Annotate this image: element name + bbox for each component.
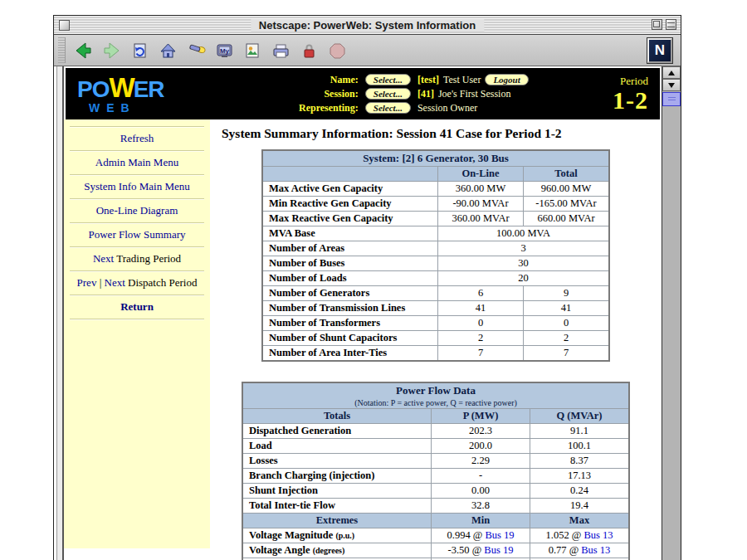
sidebar-link[interactable]: System Info Main Menu — [84, 180, 189, 192]
column-header — [262, 167, 438, 182]
unit-label: (p.u.) — [335, 531, 354, 540]
reload-button[interactable] — [125, 38, 154, 63]
cell-max: 0.77 @ Bus 13 — [530, 543, 630, 558]
row-label: Number of Transmission Lines — [262, 301, 438, 316]
sidebar-link[interactable]: Power Flow Summary — [89, 228, 186, 241]
cell-total: 960.00 MW — [524, 182, 610, 197]
stop-button[interactable] — [323, 38, 351, 63]
banner-fields: Name:Select...[test]Test UserLogoutSessi… — [299, 74, 529, 114]
table-row: Load200.0100.1 — [242, 439, 629, 454]
sidebar-item-system-info-main-menu[interactable]: System Info Main Menu — [64, 176, 210, 198]
sidebar-link[interactable]: Admin Main Menu — [95, 156, 178, 168]
sidebar-item-return[interactable]: Return — [64, 296, 210, 319]
sidebar-link[interactable]: Return — [120, 300, 154, 313]
window-titlebar[interactable]: Netscape: PowerWeb: System Information — [54, 16, 681, 35]
row-label: Number of Areas — [262, 241, 438, 256]
cell-q: 8.37 — [530, 454, 630, 469]
bus-link[interactable]: Bus 19 — [484, 544, 513, 556]
sidebar-item-next-trading-period[interactable]: Next Trading Period — [64, 248, 210, 270]
sidebar-item-one-line-diagram[interactable]: One-Line Diagram — [64, 200, 210, 222]
banner-field-value: [41]Joe's First Session — [417, 88, 529, 100]
column-header: On-Line — [438, 167, 524, 182]
images-button[interactable] — [238, 38, 266, 63]
sidebar-item-power-flow-summary[interactable]: Power Flow Summary — [64, 224, 210, 246]
table-gap — [210, 362, 662, 382]
main-content: System Summary Information: Session 41 C… — [210, 119, 662, 560]
sidebar-link[interactable]: Prev — [77, 276, 97, 289]
table-row: Number of Transformers00 — [262, 316, 609, 331]
system-table-body: System: [2] 6 Generator, 30 BusOn-LineTo… — [262, 150, 609, 361]
column-header: Q (MVAr) — [530, 409, 630, 424]
column-header: Totals — [242, 409, 432, 424]
cell-p: 202.3 — [432, 424, 530, 439]
search-button[interactable] — [182, 38, 210, 63]
period-value: 1-2 — [613, 88, 648, 113]
sidebar-link[interactable]: Refresh — [120, 132, 154, 144]
toolbar-grip[interactable] — [58, 37, 66, 63]
zoom-box[interactable] — [652, 19, 662, 30]
sidebar-item-admin-main-menu[interactable]: Admin Main Menu — [64, 152, 210, 174]
sidebar-item-refresh[interactable]: Refresh — [64, 128, 210, 150]
netscape-logo[interactable]: N — [647, 38, 672, 63]
cell-min: -3.50 @ Bus 19 — [432, 543, 530, 558]
column-header: P (MW) — [432, 409, 530, 424]
table-row: Number of Area Inter-Ties77 — [262, 346, 609, 362]
home-button[interactable] — [154, 38, 182, 63]
powerweb-logo-line2: WEB — [89, 102, 239, 114]
bus-link[interactable]: Bus 13 — [581, 544, 610, 556]
select-button[interactable]: Select... — [365, 102, 411, 114]
my-netscape-button[interactable]: My — [210, 38, 238, 63]
banner-field-value: Session Owner — [417, 102, 529, 114]
cell-min: 0.994 @ Bus 19 — [432, 528, 530, 543]
row-label: Dispatched Generation — [242, 424, 432, 439]
row-label: Number of Buses — [262, 256, 438, 271]
cell-max: 1.052 @ Bus 13 — [530, 528, 630, 543]
cell-online: 2 — [438, 331, 524, 346]
forward-button[interactable] — [97, 38, 125, 63]
power-flow-table: Power Flow Data(Notation: P = active pow… — [242, 382, 630, 560]
banner-value-prefix: [41] — [417, 88, 434, 100]
vertical-scrollbar[interactable] — [662, 66, 681, 560]
cell-q: 100.1 — [530, 439, 630, 454]
table-row: Number of Transmission Lines4141 — [262, 301, 609, 316]
row-label: Number of Generators — [262, 286, 438, 301]
sidebar-link[interactable]: Next — [93, 252, 114, 265]
cell-total: -165.00 MVAr — [524, 197, 610, 212]
row-label: Number of Shunt Capacitors — [262, 331, 438, 346]
row-label: Load — [242, 439, 432, 454]
table-row: Number of Shunt Capacitors22 — [262, 331, 609, 346]
row-label: Shunt Injection — [242, 484, 432, 499]
cell-q: 0.24 — [530, 484, 630, 499]
security-button[interactable] — [295, 38, 323, 63]
sidebar-link[interactable]: Next — [105, 276, 125, 289]
unit-label: (degrees) — [313, 546, 345, 555]
netscape-logo-letter: N — [655, 42, 665, 59]
select-button[interactable]: Select... — [365, 88, 411, 100]
close-box[interactable] — [59, 20, 70, 31]
print-icon — [271, 41, 290, 60]
row-label: MVA Base — [262, 226, 438, 241]
scroll-down-arrow[interactable] — [662, 79, 681, 91]
sidebar-divider — [70, 319, 204, 320]
scroll-up-arrow[interactable] — [662, 66, 681, 79]
powerweb-logo-line1: POWER — [77, 74, 239, 101]
select-button[interactable]: Select... — [365, 74, 411, 85]
scroll-thumb[interactable] — [662, 92, 681, 106]
window-left-frame — [54, 66, 64, 560]
print-button[interactable] — [266, 38, 295, 63]
bus-link[interactable]: Bus 13 — [583, 529, 613, 541]
sidebar-link[interactable]: One-Line Diagram — [96, 204, 178, 217]
column-header: Min — [432, 514, 530, 528]
column-header: Total — [524, 167, 610, 182]
table-row: Branch Charging (injection)-17.13 — [242, 469, 629, 484]
logout-button[interactable]: Logout — [485, 74, 528, 85]
cell-online: -90.00 MVAr — [438, 197, 524, 212]
table-row: On-LineTotal — [262, 167, 609, 182]
row-label: Total Inter-tie Flow — [242, 499, 432, 514]
back-button[interactable] — [69, 38, 97, 63]
bus-link[interactable]: Bus 19 — [485, 529, 514, 541]
sidebar-item-prev-next-dispatch-period[interactable]: Prev | Next Dispatch Period — [64, 272, 210, 295]
svg-text:My: My — [219, 46, 229, 54]
collapse-box[interactable] — [666, 19, 676, 30]
cell-p: - — [432, 469, 530, 484]
